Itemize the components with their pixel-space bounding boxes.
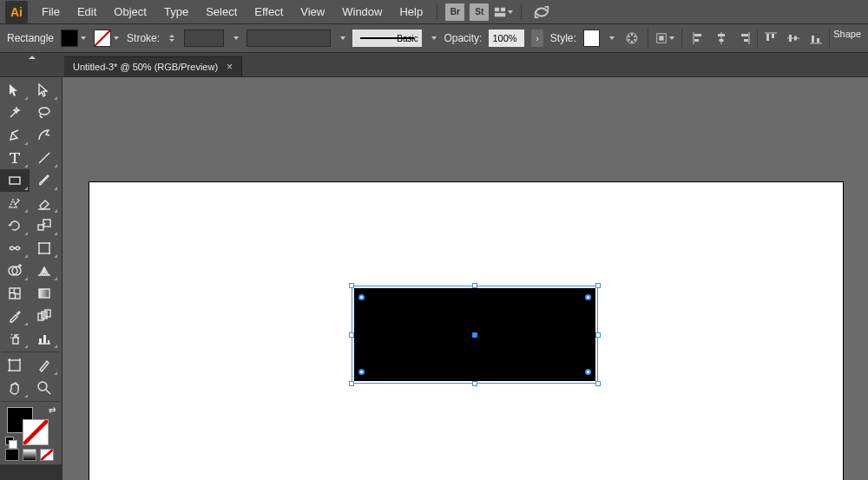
eraser-tool[interactable]: [30, 192, 59, 214]
column-graph-tool[interactable]: [30, 327, 59, 350]
menu-file[interactable]: File: [33, 0, 69, 24]
variable-width-dropdown[interactable]: [338, 30, 346, 47]
slice-tool[interactable]: [30, 354, 59, 377]
document-tab[interactable]: Untitled-3* @ 50% (RGB/Preview) ×: [64, 56, 242, 76]
align-center-h-button[interactable]: [712, 29, 731, 48]
shape-builder-tool[interactable]: [0, 260, 30, 282]
stroke-color-box[interactable]: [23, 419, 49, 445]
align-top-button[interactable]: [761, 29, 780, 48]
resize-handle-nw[interactable]: [349, 283, 354, 288]
stroke-weight-input[interactable]: [184, 30, 225, 47]
resize-handle-ne[interactable]: [595, 283, 601, 288]
free-transform-tool[interactable]: [30, 237, 59, 260]
rotate-tool[interactable]: [0, 214, 30, 237]
opacity-dropdown[interactable]: ›: [531, 30, 543, 47]
stroke-swatch[interactable]: [94, 30, 111, 47]
artboard-tool[interactable]: [0, 354, 30, 377]
adobe-stock-button[interactable]: St: [470, 3, 489, 21]
corner-widget-ne[interactable]: [585, 294, 591, 300]
fill-stroke-indicator[interactable]: ⇄: [7, 407, 50, 445]
svg-point-40: [38, 253, 40, 254]
brush-dropdown[interactable]: [429, 30, 437, 47]
scale-tool[interactable]: [30, 214, 59, 237]
svg-line-31: [39, 153, 49, 163]
resize-handle-e[interactable]: [595, 332, 601, 338]
fill-dropdown[interactable]: [78, 30, 87, 47]
curvature-tool[interactable]: [30, 124, 59, 147]
menu-object[interactable]: Object: [105, 0, 155, 24]
color-mode-none[interactable]: [40, 449, 54, 461]
svg-rect-2: [495, 12, 505, 16]
close-tab-button[interactable]: ×: [227, 61, 233, 73]
perspective-grid-tool[interactable]: [30, 260, 59, 282]
center-point[interactable]: [472, 332, 477, 338]
sync-settings-icon[interactable]: [532, 3, 551, 21]
magic-wand-tool[interactable]: [0, 102, 30, 124]
resize-handle-se[interactable]: [595, 381, 601, 386]
style-dropdown[interactable]: [607, 30, 615, 47]
divider: [681, 29, 682, 48]
stroke-weight-dropdown[interactable]: [231, 30, 240, 47]
direct-selection-tool[interactable]: [30, 79, 59, 102]
bridge-button[interactable]: Br: [445, 3, 464, 21]
selection-tool[interactable]: [0, 79, 30, 102]
variable-width-profile[interactable]: [247, 30, 331, 47]
align-right-button[interactable]: [734, 29, 753, 48]
align-left-button[interactable]: [689, 29, 708, 48]
rectangle-tool[interactable]: [0, 169, 30, 192]
color-mode-solid[interactable]: [5, 449, 19, 461]
menu-window[interactable]: Window: [333, 0, 391, 24]
width-tool[interactable]: [0, 237, 30, 260]
resize-handle-w[interactable]: [349, 332, 354, 338]
stroke-weight-stepper[interactable]: [167, 30, 177, 47]
pen-tool[interactable]: [0, 124, 30, 147]
menu-select[interactable]: Select: [197, 0, 246, 24]
swap-fill-stroke-icon[interactable]: ⇄: [49, 405, 56, 415]
opacity-input[interactable]: 100%: [489, 30, 524, 47]
corner-widget-nw[interactable]: [358, 294, 365, 300]
menu-view[interactable]: View: [292, 0, 333, 24]
resize-handle-sw[interactable]: [349, 381, 354, 386]
fill-swatch[interactable]: [61, 30, 78, 47]
menu-help[interactable]: Help: [391, 0, 431, 24]
svg-rect-29: [817, 38, 819, 43]
hand-tool[interactable]: [0, 377, 30, 399]
type-tool[interactable]: [0, 147, 30, 169]
align-center-v-button[interactable]: [784, 29, 803, 48]
resize-handle-n[interactable]: [472, 283, 477, 288]
arrange-documents-button[interactable]: [494, 3, 513, 21]
menu-type[interactable]: Type: [155, 0, 197, 24]
brush-definition[interactable]: Basic: [352, 30, 421, 47]
graphic-style-swatch[interactable]: [583, 30, 600, 47]
svg-rect-17: [720, 39, 724, 42]
lasso-tool[interactable]: [30, 102, 59, 124]
color-mode-gradient[interactable]: [23, 449, 36, 461]
align-to-button[interactable]: [655, 29, 674, 48]
svg-point-4: [630, 34, 632, 36]
line-segment-tool[interactable]: [30, 147, 59, 169]
menu-effect[interactable]: Effect: [246, 0, 292, 24]
gradient-tool[interactable]: [30, 282, 59, 305]
corner-widget-sw[interactable]: [358, 369, 365, 375]
canvas-pane[interactable]: [62, 77, 868, 480]
symbol-sprayer-tool[interactable]: [0, 327, 30, 350]
paintbrush-tool[interactable]: [30, 169, 59, 192]
eyedropper-tool[interactable]: [0, 305, 30, 327]
blend-tool[interactable]: [30, 305, 59, 327]
shape-properties-label[interactable]: Shape: [833, 29, 861, 48]
shaper-tool[interactable]: [0, 192, 30, 214]
selected-rectangle-object[interactable]: [352, 286, 598, 384]
svg-rect-26: [794, 36, 797, 41]
corner-widget-se[interactable]: [585, 369, 591, 375]
align-bottom-button[interactable]: [806, 29, 825, 48]
svg-rect-47: [39, 289, 49, 298]
resize-handle-s[interactable]: [472, 381, 477, 386]
stroke-dropdown[interactable]: [111, 30, 120, 47]
default-fill-stroke-icon[interactable]: [5, 437, 16, 447]
menu-edit[interactable]: Edit: [69, 0, 105, 24]
mesh-tool[interactable]: [0, 282, 30, 305]
zoom-tool[interactable]: [30, 377, 59, 399]
svg-rect-56: [10, 360, 20, 371]
toolbar-collapse-toggle[interactable]: [0, 53, 64, 62]
recolor-artwork-button[interactable]: [622, 29, 641, 48]
